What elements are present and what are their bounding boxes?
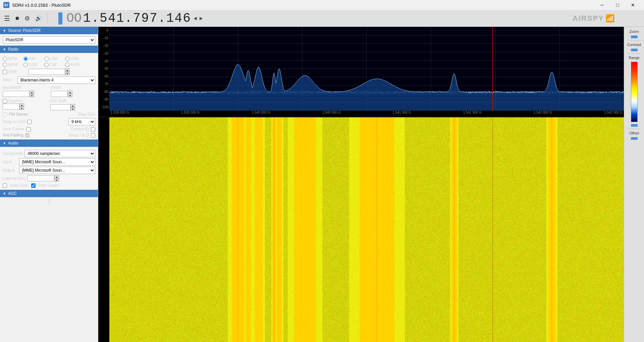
squelch-input[interactable]: 50 <box>3 104 19 110</box>
radio-am-label[interactable]: AM <box>29 56 35 61</box>
filter-audio-checkbox[interactable] <box>31 183 36 188</box>
input-select[interactable]: [MME] Microsoft Soun... <box>19 158 95 166</box>
radio-cw-label[interactable]: CW <box>50 62 56 67</box>
radio-raw-label[interactable]: RAW <box>70 62 80 67</box>
radio-section-header[interactable]: ▼ Radio <box>0 46 98 53</box>
lock-correctiq-row: Lock Carrier Correct IQ <box>3 127 95 131</box>
squelch-cw-row: Squelch 50 ▲ ▼ CW Shift <box>3 99 95 111</box>
correct-iq-checkbox[interactable] <box>91 127 95 131</box>
bw-order-row: Bandwidth 11,000 ▲ ▼ Order 1,000 <box>3 85 95 97</box>
radio-modes-row2: WFM DSB CW RAW <box>3 62 95 67</box>
toolbar-divider <box>47 13 48 23</box>
order-down-btn[interactable]: ▼ <box>68 94 72 97</box>
squelch-label[interactable]: Squelch <box>8 99 22 103</box>
zoom-label: Zoom <box>629 30 639 34</box>
antifading-swap-row: Anti-Fading Swap I & Q <box>3 133 95 137</box>
right-divider-1 <box>628 40 641 41</box>
source-select[interactable]: PlutoSDR <box>3 36 95 44</box>
filter-audio-label[interactable]: Filter Audio <box>38 183 58 188</box>
menu-button[interactable]: ☰ <box>3 13 11 24</box>
samplerate-select[interactable]: 48000 sample/sec <box>24 150 95 157</box>
agc-header-label: AGC <box>8 191 17 196</box>
right-panel: Zoom Contrast Range Offset <box>624 27 644 342</box>
order-spinbox-btns: ▲ ▼ <box>68 91 72 97</box>
radio-nfm: NFM <box>3 56 23 61</box>
radio-dsb-label[interactable]: DSB <box>29 62 37 67</box>
radio-lsb-label[interactable]: LSB <box>50 56 57 61</box>
latency-input[interactable]: 100 <box>28 175 54 181</box>
radio-wfm-label[interactable]: WFM <box>8 62 18 67</box>
waterfall-canvas[interactable] <box>109 117 624 342</box>
svg-text:S#: S# <box>4 3 8 7</box>
maximize-button[interactable]: □ <box>610 0 625 10</box>
radio-usb-label[interactable]: USB <box>70 56 79 61</box>
latency-up-btn[interactable]: ▲ <box>54 175 59 178</box>
minimize-button[interactable]: ─ <box>594 0 610 10</box>
waterfall-container[interactable] <box>98 117 624 342</box>
source-section-header[interactable]: ▼ Source: PlutoSDR <box>0 27 98 34</box>
audio-section-header[interactable]: ▼ Audio <box>0 139 98 147</box>
radio-usb: USB <box>65 56 85 61</box>
audio-section-body: Samplerate 48000 sample/sec Input [MME] … <box>0 147 98 190</box>
squelch-up-btn[interactable]: ▲ <box>19 103 24 107</box>
cw-shift-spinbox-btns: ▲ ▼ <box>70 104 75 111</box>
settings-button[interactable]: ⚙ <box>23 13 31 23</box>
snap-to-grid-checkbox[interactable] <box>27 120 32 124</box>
cw-shift-label: CW Shift <box>50 99 95 103</box>
bandwidth-input[interactable]: 11,000 <box>3 91 30 97</box>
unity-filter-row: Unity Gain Filter Audio <box>3 183 95 188</box>
agc-section-header[interactable]: ▼ AGC <box>0 190 98 197</box>
order-input[interactable]: 1,000 <box>51 91 68 97</box>
spectrum-canvas[interactable] <box>109 27 624 111</box>
unity-gain-label[interactable]: Unity Gain <box>10 183 29 188</box>
swap-iq-checkbox[interactable] <box>91 133 95 137</box>
latency-down-btn[interactable]: ▼ <box>54 178 59 182</box>
squelch-spinbox-btns: ▲ ▼ <box>19 103 24 110</box>
titlebar: S# SDR# v1.0.0.1583 - PlutoSDR ─ □ ✕ <box>0 0 644 10</box>
bandwidth-up-btn[interactable]: ▲ <box>30 91 34 94</box>
cw-shift-input[interactable]: 1,000 <box>50 104 70 110</box>
step-size-label: Step Size <box>78 112 95 117</box>
freq-arrow-left[interactable]: ◄ <box>193 15 198 21</box>
unity-gain-checkbox[interactable] <box>3 183 7 188</box>
cw-shift-down-btn[interactable]: ▼ <box>70 107 75 111</box>
order-up-btn[interactable]: ▲ <box>68 91 72 94</box>
bandwidth-down-btn[interactable]: ▼ <box>30 94 34 97</box>
stop-icon: ■ <box>15 15 19 22</box>
order-label: Order <box>51 85 95 90</box>
audio-button[interactable]: 🔊 <box>34 14 43 23</box>
shift-label[interactable]: Shift <box>8 69 27 74</box>
window-title: SDR# v1.0.0.1583 - PlutoSDR <box>12 3 71 8</box>
freq-arrow-right[interactable]: ► <box>199 15 204 21</box>
fm-stereo-checkbox[interactable] <box>3 112 7 117</box>
filter-select[interactable]: Blackman-Harris 4 <box>17 76 95 84</box>
bandwidth-label: Bandwidth <box>3 85 47 90</box>
range-slider-blue <box>631 124 638 127</box>
bandwidth-group: Bandwidth 11,000 ▲ ▼ <box>3 85 47 97</box>
radio-section-body: NFM AM LSB USB <box>0 53 98 139</box>
shift-up-btn[interactable]: ▲ <box>65 68 70 72</box>
offset-label: Offset <box>629 131 639 135</box>
squelch-down-btn[interactable]: ▼ <box>19 107 24 110</box>
close-button[interactable]: ✕ <box>625 0 641 10</box>
squelch-group: Squelch 50 ▲ ▼ <box>3 99 48 111</box>
radio-modes-row1: NFM AM LSB USB <box>3 56 95 61</box>
stop-button[interactable]: ■ <box>14 13 20 23</box>
latency-spinbox-btns: ▲ ▼ <box>54 175 59 182</box>
frequency-display: OO 1.541.797.146 ◄ ► <box>58 11 204 25</box>
radio-nfm-label[interactable]: NFM <box>8 56 17 61</box>
shift-checkbox[interactable] <box>3 70 7 74</box>
cw-shift-up-btn[interactable]: ▲ <box>70 104 75 107</box>
lock-carrier-checkbox[interactable] <box>26 127 31 131</box>
output-row: Output [MME] Microsoft Soun... <box>3 167 95 174</box>
step-size-select[interactable]: 9 kHz <box>68 118 95 125</box>
squelch-checkbox[interactable] <box>3 99 7 103</box>
shift-input[interactable]: -120,000,000 <box>28 69 65 75</box>
right-divider-2 <box>628 53 641 54</box>
fm-stereo-label[interactable]: FM Stereo <box>9 112 28 117</box>
spectrum-y-axis: 0 -10 -20 -30 -40 -50 -60 -70 -80 -90 -1… <box>98 27 109 111</box>
output-select[interactable]: [MME] Microsoft Soun... <box>19 167 95 174</box>
anti-fading-checkbox[interactable] <box>25 133 30 137</box>
shift-down-btn[interactable]: ▼ <box>65 72 70 75</box>
range-colorbar <box>631 62 638 122</box>
